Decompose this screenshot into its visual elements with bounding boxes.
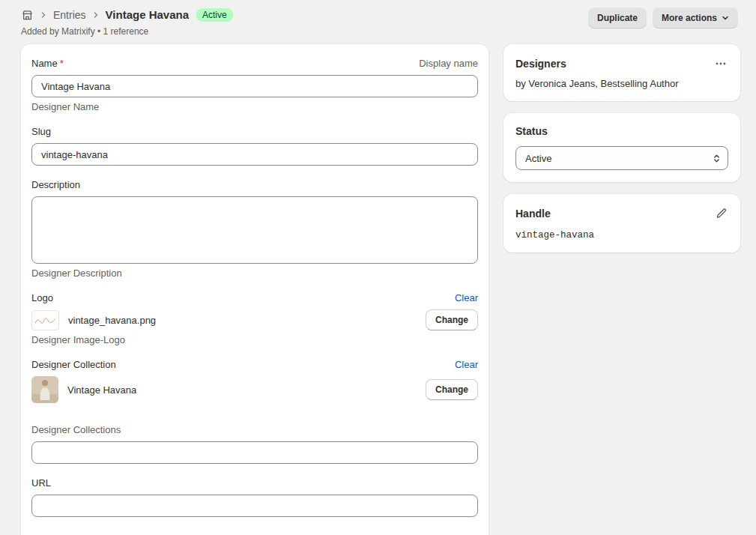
handle-card-title: Handle bbox=[515, 208, 551, 220]
topbar: Entries Vintage Havana Active Added by M… bbox=[0, 0, 756, 37]
breadcrumb-separator-icon bbox=[40, 11, 47, 19]
sidebar: Designers by Veronica Jeans, Bestselling… bbox=[504, 44, 740, 253]
name-input[interactable] bbox=[31, 75, 478, 97]
collections-field: Designer Collections bbox=[31, 424, 478, 464]
logo-change-button[interactable]: Change bbox=[426, 309, 478, 330]
pencil-icon bbox=[715, 208, 727, 220]
status-badge: Active bbox=[196, 8, 233, 22]
updown-chevron-icon bbox=[712, 154, 722, 163]
duplicate-button[interactable]: Duplicate bbox=[588, 7, 647, 28]
logo-filename: vintage_havana.png bbox=[68, 315, 156, 326]
name-field: Name* Display name Designer Name bbox=[31, 58, 478, 112]
description-field: Description Designer Description bbox=[31, 179, 478, 279]
collection-name: Vintage Havana bbox=[67, 384, 136, 396]
topbar-actions: Duplicate More actions bbox=[588, 7, 738, 28]
breadcrumb-entries-link[interactable]: Entries bbox=[53, 9, 86, 21]
shop-icon bbox=[21, 9, 34, 22]
designers-byline: by Veronica Jeans, Bestselling Author bbox=[515, 78, 728, 89]
description-textarea[interactable] bbox=[31, 196, 478, 264]
name-helper: Designer Name bbox=[31, 101, 478, 112]
page-title: Vintage Havana bbox=[106, 7, 189, 22]
slug-input[interactable] bbox=[31, 143, 478, 166]
breadcrumb: Entries Vintage Havana Active bbox=[21, 7, 233, 22]
signature-image bbox=[33, 312, 58, 329]
more-actions-button-label: More actions bbox=[662, 13, 717, 23]
logo-clear-link[interactable]: Clear bbox=[455, 292, 478, 303]
more-actions-button[interactable]: More actions bbox=[653, 7, 738, 28]
status-select-value: Active bbox=[525, 153, 551, 164]
collections-input[interactable] bbox=[31, 441, 478, 464]
collection-field: Designer Collection Clear Vintage Havana… bbox=[31, 359, 478, 403]
logo-thumbnail bbox=[31, 310, 59, 330]
slug-label: Slug bbox=[31, 126, 51, 137]
status-select[interactable]: Active bbox=[515, 146, 728, 170]
status-card: Status Active bbox=[504, 113, 740, 182]
collections-label: Designer Collections bbox=[31, 424, 121, 435]
collection-image bbox=[31, 376, 58, 403]
edit-handle-button[interactable] bbox=[713, 206, 728, 221]
chevron-down-icon bbox=[722, 14, 729, 22]
designers-card: Designers by Veronica Jeans, Bestselling… bbox=[504, 44, 740, 101]
name-label: Name* bbox=[31, 58, 64, 69]
page-meta: Added by Matrixify • 1 reference bbox=[21, 26, 233, 37]
handle-card: Handle vintage-havana bbox=[504, 194, 740, 253]
display-name-label: Display name bbox=[419, 58, 478, 69]
handle-value: vintage-havana bbox=[515, 230, 728, 241]
logo-helper: Designer Image-Logo bbox=[31, 334, 478, 345]
collection-thumbnail bbox=[31, 376, 58, 403]
slug-field: Slug bbox=[31, 126, 478, 166]
duplicate-button-label: Duplicate bbox=[597, 13, 638, 23]
url-label: URL bbox=[31, 477, 51, 489]
entry-form-card: Name* Display name Designer Name Slug De… bbox=[21, 44, 489, 535]
logo-row: vintage_havana.png Change bbox=[31, 309, 478, 330]
required-asterisk: * bbox=[60, 58, 64, 69]
description-helper: Designer Description bbox=[31, 268, 478, 279]
url-field: URL bbox=[31, 477, 478, 517]
breadcrumb-separator-icon bbox=[92, 11, 100, 19]
description-label: Description bbox=[31, 179, 80, 190]
collection-label: Designer Collection bbox=[31, 359, 116, 370]
collection-change-button[interactable]: Change bbox=[426, 379, 478, 400]
more-menu-icon bbox=[715, 58, 727, 70]
collection-row: Vintage Havana Change bbox=[31, 376, 478, 403]
logo-field: Logo Clear vintage_havana.png Change Des… bbox=[31, 292, 478, 345]
content-layout: Name* Display name Designer Name Slug De… bbox=[0, 37, 756, 535]
designers-menu-button[interactable] bbox=[713, 56, 728, 71]
logo-label: Logo bbox=[31, 292, 53, 303]
topbar-left: Entries Vintage Havana Active Added by M… bbox=[21, 7, 233, 37]
url-input[interactable] bbox=[31, 495, 478, 517]
status-card-title: Status bbox=[515, 125, 548, 137]
designers-card-title: Designers bbox=[515, 58, 566, 70]
collection-clear-link[interactable]: Clear bbox=[455, 359, 478, 370]
